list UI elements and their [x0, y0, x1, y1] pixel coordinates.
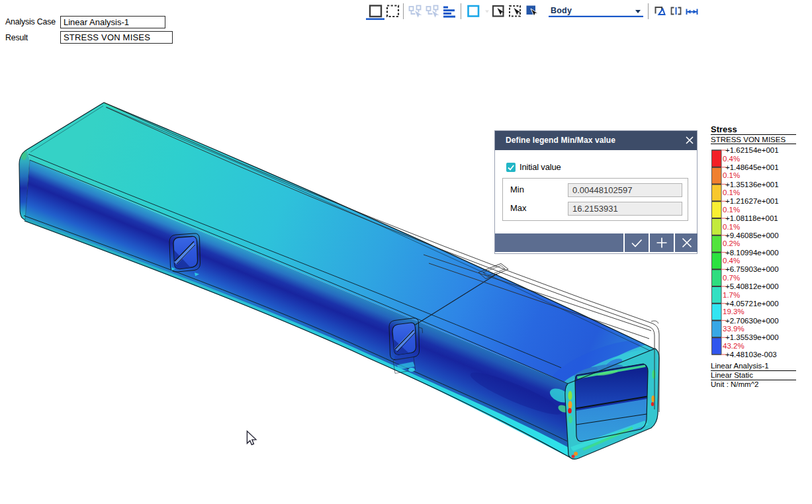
svg-text:19.3%: 19.3% — [723, 308, 744, 315]
svg-text:43.2%: 43.2% — [723, 342, 744, 350]
svg-text:+4.05721e+000: +4.05721e+000 — [725, 300, 779, 308]
svg-text:0.2%: 0.2% — [723, 239, 740, 247]
svg-text:+9.46085e+000: +9.46085e+000 — [725, 231, 779, 239]
svg-text:Stress: Stress — [711, 124, 737, 134]
svg-text:Unit : N/mm^2: Unit : N/mm^2 — [711, 380, 759, 388]
svg-text:0.1%: 0.1% — [723, 206, 740, 214]
svg-text:1.7%: 1.7% — [723, 291, 740, 299]
svg-text:Body: Body — [551, 6, 572, 15]
svg-text:STRESS VON MISES: STRESS VON MISES — [711, 136, 786, 144]
svg-text:0.1%: 0.1% — [723, 223, 740, 231]
svg-text:+1.35539e+000: +1.35539e+000 — [725, 333, 779, 341]
svg-text:+1.21627e+001: +1.21627e+001 — [725, 197, 779, 205]
svg-text:+1.62154e+001: +1.62154e+001 — [725, 146, 779, 154]
svg-text:+6.75903e+000: +6.75903e+000 — [725, 265, 779, 273]
svg-text:33.9%: 33.9% — [723, 325, 744, 333]
svg-text:0.4%: 0.4% — [723, 257, 740, 265]
svg-text:Linear Static: Linear Static — [711, 371, 753, 379]
svg-text:0.7%: 0.7% — [723, 274, 740, 282]
svg-text:+4.48103e-003: +4.48103e-003 — [725, 351, 777, 358]
svg-text:+1.48645e+001: +1.48645e+001 — [725, 163, 779, 171]
svg-text:0.1%: 0.1% — [723, 171, 740, 179]
svg-text:0.1%: 0.1% — [723, 189, 740, 196]
svg-text:+2.70630e+000: +2.70630e+000 — [725, 317, 779, 325]
svg-text:+8.10994e+000: +8.10994e+000 — [725, 249, 779, 257]
svg-text:+1.08118e+001: +1.08118e+001 — [725, 214, 778, 222]
svg-text:+5.40812e+000: +5.40812e+000 — [725, 282, 779, 290]
svg-text:Linear Analysis-1: Linear Analysis-1 — [711, 362, 769, 370]
svg-text:+1.35136e+001: +1.35136e+001 — [725, 181, 779, 189]
svg-text:0.4%: 0.4% — [723, 155, 740, 163]
